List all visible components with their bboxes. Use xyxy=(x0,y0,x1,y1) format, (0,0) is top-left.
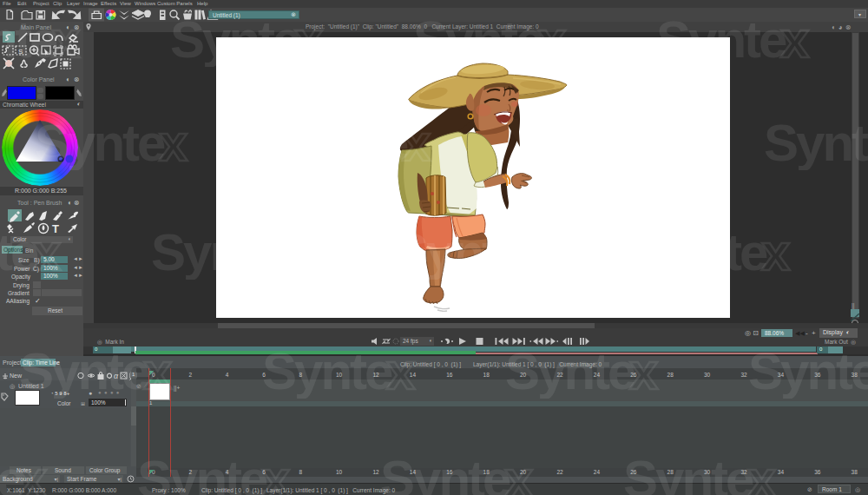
svg-text:x: x xyxy=(518,226,547,280)
svg-text:x: x xyxy=(780,13,809,67)
svg-text:x: x xyxy=(51,13,80,67)
svg-text:x: x xyxy=(402,116,431,170)
svg-text:x: x xyxy=(504,452,533,495)
svg-text:x: x xyxy=(261,452,290,495)
svg-text:Synte: Synte xyxy=(0,13,57,67)
svg-text:Synte: Synte xyxy=(505,345,635,399)
svg-text:x: x xyxy=(18,452,47,495)
svg-text:Synte: Synte xyxy=(380,452,510,495)
svg-text:Synte: Synte xyxy=(19,345,149,399)
svg-text:Synte: Synte xyxy=(764,116,868,170)
svg-text:x: x xyxy=(143,345,172,399)
svg-text:x: x xyxy=(761,226,790,280)
svg-text:x: x xyxy=(275,226,304,280)
svg-text:Synte: Synte xyxy=(262,345,392,399)
svg-text:x: x xyxy=(159,116,187,170)
svg-text:x: x xyxy=(645,116,674,170)
svg-text:Synte: Synte xyxy=(394,226,524,280)
svg-text:Synte: Synte xyxy=(137,452,267,495)
svg-text:Synte: Synte xyxy=(151,226,281,280)
svg-text:Synte: Synte xyxy=(748,345,868,399)
svg-text:Synte: Synte xyxy=(521,116,651,170)
svg-text:Synte: Synte xyxy=(623,452,753,495)
svg-text:Synte: Synte xyxy=(637,226,767,280)
svg-text:x: x xyxy=(537,13,566,67)
svg-text:x: x xyxy=(294,13,323,67)
svg-text:Synte: Synte xyxy=(656,13,786,67)
svg-text:Synte: Synte xyxy=(170,13,300,67)
svg-text:Synte: Synte xyxy=(413,13,543,67)
svg-text:Synte: Synte xyxy=(278,116,408,170)
svg-text:x: x xyxy=(386,345,415,399)
svg-text:x: x xyxy=(629,345,658,399)
svg-text:x: x xyxy=(747,452,776,495)
svg-text:Synte: Synte xyxy=(35,116,165,170)
svg-text:x: x xyxy=(32,226,61,280)
